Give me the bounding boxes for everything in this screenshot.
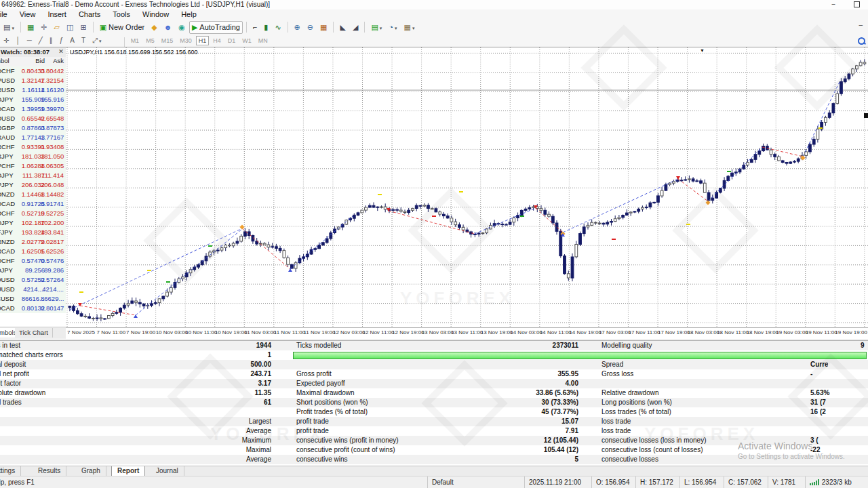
menu-tools[interactable]: Tools — [106, 9, 136, 19]
preview-button[interactable]: ⊞ — [77, 21, 89, 34]
market-watch-row-eurusd[interactable]: EURUSD1.161141.16120 — [0, 85, 66, 96]
market-watch-row-nzdjpy[interactable]: NZDJPY89.25689.286 — [0, 266, 66, 276]
tab-journal[interactable]: Journal — [151, 466, 184, 476]
market-watch-row-nzdcad[interactable]: NZDCAD0.801320.80147 — [0, 304, 66, 314]
mql5-community-button[interactable]: ☻ — [161, 21, 175, 34]
menu-insert[interactable]: Insert — [41, 9, 73, 19]
close-icon[interactable]: ✕ — [58, 48, 64, 55]
fibonacci-tool[interactable]: A — [68, 36, 77, 45]
arrows-tool[interactable]: ⤢▾ — [90, 36, 104, 45]
market-watch-row-cadchf[interactable]: CADCHF0.574700.57476 — [0, 256, 66, 266]
candlestick-chart-button[interactable]: ▮ — [261, 21, 271, 34]
time-axis-label: 19 Nov 03:00 — [776, 329, 808, 336]
profiles-button[interactable]: ▱ — [52, 21, 62, 34]
market-watch-row-euraud[interactable]: EURAUD1.771431.77167 — [0, 133, 66, 143]
signals-button[interactable]: ◉ — [176, 21, 188, 34]
menu-file[interactable]: File — [0, 9, 14, 19]
market-watch-row-audjpy[interactable]: AUDJPY102.187102.200 — [0, 218, 66, 228]
templates-button[interactable]: ▦▾ — [401, 21, 417, 34]
market-watch-row-xauusd[interactable]: XAUUSD4214....4214.... — [0, 285, 66, 295]
report-label: consecutive wins — [296, 455, 348, 464]
windows-icon: ◫ — [66, 23, 73, 31]
toolbar-separator — [20, 22, 21, 33]
print-button[interactable]: ▤▾ — [1, 21, 17, 34]
market-watch-row-nzdusd[interactable]: NZDUSD0.572520.57264 — [0, 275, 66, 285]
market-watch-row-cadjpy[interactable]: CADJPY111.387111.414 — [0, 171, 66, 181]
timeframe-w1[interactable]: W1 — [239, 36, 254, 45]
timeframe-h1[interactable]: H1 — [196, 36, 210, 45]
zoom-out-button[interactable]: ⊖ — [304, 21, 316, 34]
market-watch-row-btcusd[interactable]: BTCUSD86616...86629... — [0, 294, 66, 304]
ask-column-header[interactable]: Ask — [41, 57, 64, 64]
tile-windows-button[interactable]: ▦ — [317, 21, 330, 34]
timeframe-h4[interactable]: H4 — [210, 36, 224, 45]
report-label: Expected payoff — [296, 379, 345, 388]
equidistant-channel-tool[interactable]: ƒ — [58, 36, 66, 45]
cursor-move-button[interactable]: ✛ — [38, 21, 50, 34]
menu-charts[interactable]: Charts — [73, 9, 106, 19]
chart-shift-button[interactable]: ◢ — [350, 21, 361, 34]
timeframe-d1[interactable]: D1 — [225, 36, 239, 45]
candlestick-chart-canvas[interactable] — [66, 47, 868, 327]
new-chart-button[interactable]: ▦ — [24, 21, 37, 34]
market-watch-row-gbpusd[interactable]: GBPUSD1.321471.32154 — [0, 76, 66, 86]
timeframe-m1[interactable]: M1 — [128, 36, 142, 45]
market-watch-row-audcad[interactable]: AUDCAD0.917250.91741 — [0, 199, 66, 209]
periods-button[interactable]: ◔▾ — [386, 21, 399, 34]
autotrading-button[interactable]: ▶AutoTrading — [189, 21, 243, 34]
tab-results[interactable]: Results — [33, 466, 66, 476]
timeframe-m15[interactable]: M15 — [159, 36, 176, 45]
new-order-button[interactable]: ▣New Order — [97, 21, 148, 34]
line-chart-button[interactable]: ∿ — [272, 21, 283, 34]
text-tool[interactable]: T — [79, 36, 87, 45]
tab-report[interactable]: Report — [111, 466, 145, 476]
market-watch-tab-tick-chart[interactable]: Tick Chart — [15, 328, 53, 338]
report-label: Ticks modelled — [296, 341, 341, 350]
ask-value: 1.77167 — [41, 133, 64, 142]
market-watch-row-gbpchf[interactable]: GBPCHF1.062881.06305 — [0, 161, 66, 171]
market-watch-row-audchf[interactable]: AUDCHF0.527190.52725 — [0, 209, 66, 219]
market-watch-row-audnzd[interactable]: AUDNZD1.144681.14482 — [0, 190, 66, 200]
ask-value: 1.32154 — [41, 76, 64, 85]
market-watch-row-eurjpy[interactable]: EURJPY181.033181.050 — [0, 152, 66, 162]
menu-help[interactable]: Help — [175, 9, 203, 19]
market-watch-row-gbpjpy[interactable]: GBPJPY206.032206.048 — [0, 180, 66, 190]
vertical-line-tool[interactable]: ─ — [25, 36, 34, 45]
market-watch-row-usdchf[interactable]: USDCHF0.804330.80442 — [0, 66, 66, 77]
time-axis-label: 13 Nov 03:00 — [422, 329, 454, 336]
windows-button[interactable]: ◫ — [64, 21, 76, 34]
alerts-button[interactable]: ◆ — [149, 21, 159, 34]
chart-minimize-button[interactable]: – — [859, 21, 863, 28]
menu-view[interactable]: View — [14, 9, 42, 19]
timeframe-m30[interactable]: M30 — [177, 36, 195, 45]
timeframe-mn[interactable]: MN — [256, 36, 271, 45]
indicators-button[interactable]: ▤▾ — [368, 21, 384, 34]
search-icon[interactable] — [858, 37, 865, 45]
market-watch-row-usdcad[interactable]: USDCAD1.399591.39970 — [0, 104, 66, 115]
market-watch-row-eurchf[interactable]: EURCHF0.933910.93408 — [0, 142, 66, 152]
zoom-in-button[interactable]: ⊕ — [292, 21, 303, 34]
bar-chart-button[interactable]: ⌐ — [250, 21, 260, 34]
auto-scroll-button[interactable]: ◣ — [337, 21, 348, 34]
time-axis-label: 12 Nov 03:00 — [333, 329, 366, 336]
status-time: 2025.11.19 21:00 — [524, 476, 591, 488]
status-profile[interactable]: Default — [427, 476, 524, 488]
timeframe-m5[interactable]: M5 — [143, 36, 157, 45]
maximize-button[interactable] — [848, 1, 865, 8]
market-watch-row-chfjpy[interactable]: CHFJPY193.824193.841 — [0, 228, 66, 238]
chart-window[interactable]: USDJPY,H1 156.618 156.699 156.562 156.60… — [66, 47, 868, 338]
cursor-tool[interactable]: ✛ — [1, 36, 11, 45]
market-watch-row-usdjpy[interactable]: USDJPY155.909155.916 — [0, 95, 66, 105]
menu-window[interactable]: Window — [136, 9, 175, 19]
tab-graph[interactable]: Graph — [76, 466, 106, 476]
tab-settings[interactable]: Settings — [0, 466, 21, 476]
crosshair-tool[interactable]: │ — [14, 36, 22, 45]
market-watch-row-audusd[interactable]: AUDUSD0.655420.65548 — [0, 114, 66, 124]
minimize-button[interactable]: – — [825, 1, 842, 8]
trendline-tool[interactable]: ∥ — [47, 36, 55, 45]
profiles-icon: ▱ — [54, 23, 60, 31]
horizontal-line-tool[interactable]: ╱ — [37, 36, 45, 45]
market-watch-row-eurgbp[interactable]: EURGBP0.878630.87873 — [0, 123, 66, 134]
market-watch-row-eurcad[interactable]: EURCAD1.625051.62526 — [0, 247, 66, 257]
market-watch-row-eurnzd[interactable]: EURNZD2.027792.02817 — [0, 237, 66, 247]
